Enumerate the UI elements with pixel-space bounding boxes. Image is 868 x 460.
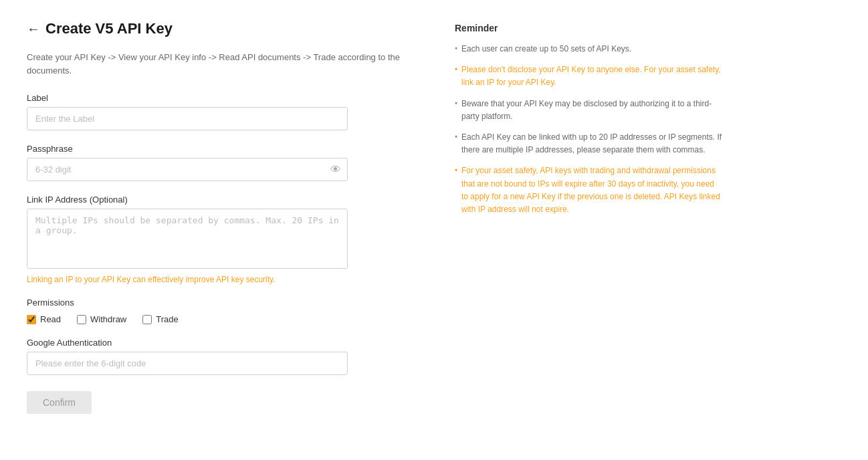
page-title: ← Create V5 API Key xyxy=(27,20,401,37)
reminder-item-2: Please don't disclose your API Key to an… xyxy=(455,64,722,89)
reminder-item-3: Beware that your API Key may be disclose… xyxy=(455,98,722,123)
permission-withdraw[interactable]: Withdraw xyxy=(77,314,126,324)
ip-address-form-group: Link IP Address (Optional) Linking an IP… xyxy=(27,195,401,284)
back-arrow-icon[interactable]: ← xyxy=(27,21,40,37)
withdraw-checkbox[interactable] xyxy=(77,315,86,324)
reminder-item-1: Each user can create up to 50 sets of AP… xyxy=(455,43,722,55)
eye-icon[interactable]: 👁 xyxy=(330,164,341,176)
google-auth-section: Google Authentication xyxy=(27,338,401,375)
withdraw-label: Withdraw xyxy=(90,314,126,324)
reminder-title: Reminder xyxy=(455,23,722,33)
reminder-item-5: For your asset safety, API keys with tra… xyxy=(455,164,722,216)
google-auth-label: Google Authentication xyxy=(27,338,401,348)
label-form-group: Label xyxy=(27,93,401,130)
ip-address-label: Link IP Address (Optional) xyxy=(27,195,401,205)
reminder-item-4: Each API Key can be linked with up to 20… xyxy=(455,131,722,156)
permissions-label: Permissions xyxy=(27,298,401,308)
read-checkbox[interactable] xyxy=(27,315,36,324)
label-field-label: Label xyxy=(27,93,401,103)
trade-checkbox[interactable] xyxy=(142,315,152,324)
page-heading: Create V5 API Key xyxy=(45,20,173,37)
confirm-button[interactable]: Confirm xyxy=(27,391,92,414)
google-auth-input[interactable] xyxy=(27,352,348,375)
permissions-section: Permissions Read Withdraw Trade xyxy=(27,298,401,324)
page-subtitle: Create your API Key -> View your API Key… xyxy=(27,51,401,77)
trade-label: Trade xyxy=(156,314,178,324)
permissions-options: Read Withdraw Trade xyxy=(27,314,401,324)
ip-address-input[interactable] xyxy=(27,209,348,269)
passphrase-input[interactable] xyxy=(27,158,348,181)
passphrase-field-label: Passphrase xyxy=(27,144,401,154)
passphrase-form-group: Passphrase 👁 xyxy=(27,144,401,181)
reminder-list: Each user can create up to 50 sets of AP… xyxy=(455,43,722,216)
label-input[interactable] xyxy=(27,107,348,130)
reminder-panel: Reminder Each user can create up to 50 s… xyxy=(455,20,722,440)
permission-trade[interactable]: Trade xyxy=(142,314,178,324)
read-label: Read xyxy=(40,314,61,324)
ip-hint-text: Linking an IP to your API Key can effect… xyxy=(27,275,401,284)
permission-read[interactable]: Read xyxy=(27,314,61,324)
passphrase-wrapper: 👁 xyxy=(27,158,348,181)
